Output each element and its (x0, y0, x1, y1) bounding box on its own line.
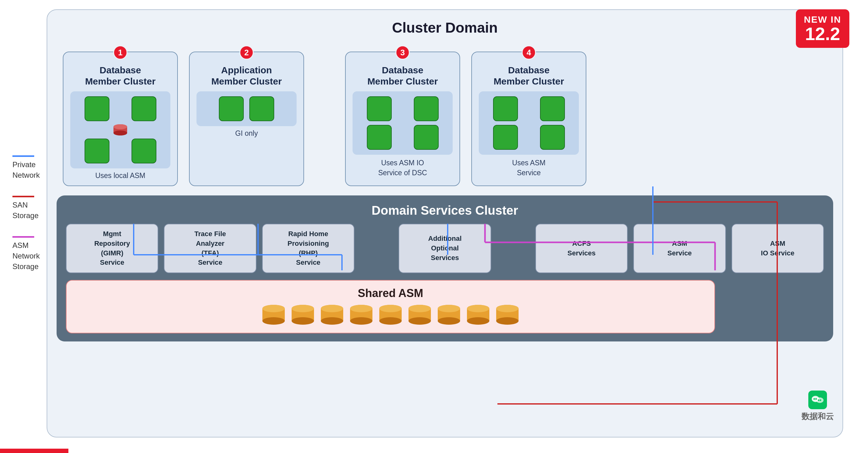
cluster-2-title: ApplicationMember Cluster (211, 65, 282, 87)
svg-point-26 (408, 317, 431, 325)
node-1-2 (131, 96, 156, 121)
cluster-1-title: DatabaseMember Cluster (85, 65, 156, 87)
svg-point-54 (814, 398, 815, 400)
node-2-1 (219, 96, 244, 121)
svg-point-18 (350, 317, 372, 325)
wechat-watermark: 数据和云 (802, 391, 834, 422)
disk-6 (407, 304, 432, 327)
asm-network-label: ASMNetworkStorage (12, 240, 40, 271)
shared-asm-container: Shared ASM (66, 280, 715, 333)
cluster-2-inner (196, 91, 297, 126)
disk-7 (436, 304, 461, 327)
svg-point-3 (114, 124, 127, 129)
service-mgmt-repo: MgmtRepository(GIMR)Service (66, 224, 158, 273)
cluster-1-number: 1 (113, 45, 127, 60)
svg-point-38 (496, 317, 519, 325)
disk-4 (349, 304, 374, 327)
cluster-3-number: 3 (396, 45, 410, 60)
legend: PrivateNetwork SANStorage ASMNetworkStor… (12, 155, 40, 271)
san-storage-line (12, 196, 34, 197)
node-1-1 (85, 96, 110, 121)
disk-1 (261, 304, 286, 327)
node-4-1 (493, 96, 518, 121)
service-asm-io: ASMIO Service (732, 224, 824, 273)
svg-point-11 (291, 305, 314, 312)
node-3-1 (367, 96, 392, 121)
private-network-label: PrivateNetwork (12, 159, 40, 180)
cluster-3-title: DatabaseMember Cluster (368, 65, 438, 87)
cluster-domain-label: Cluster Domain (57, 19, 833, 36)
cluster-2-number: 2 (239, 45, 254, 60)
shared-asm-label: Shared ASM (75, 287, 706, 300)
node-3-2 (414, 96, 439, 121)
legend-san-storage: SANStorage (12, 196, 40, 221)
disk-3 (319, 304, 344, 327)
svg-point-23 (379, 305, 402, 312)
svg-point-30 (438, 317, 460, 325)
svg-point-35 (467, 305, 489, 312)
new-in-badge: NEW IN 12.2 (796, 9, 849, 48)
disk-2 (290, 304, 315, 327)
cluster-3-inner (352, 91, 453, 155)
node-3-3 (367, 125, 392, 150)
top-clusters-row: 1 DatabaseMember Cluster (57, 43, 833, 186)
svg-point-55 (815, 398, 817, 400)
svg-point-39 (496, 305, 519, 312)
svg-point-7 (262, 305, 285, 312)
disk-9 (495, 304, 520, 327)
cluster-1-inner (70, 91, 170, 168)
svg-point-34 (467, 317, 489, 325)
node-1-3 (85, 138, 110, 163)
svg-point-2 (114, 130, 127, 135)
cluster-4-title: DatabaseMember Cluster (494, 65, 564, 87)
dsc-services-row: MgmtRepository(GIMR)Service Trace FileAn… (66, 224, 824, 273)
service-rhp: Rapid HomeProvisioning(RHP)Service (262, 224, 354, 273)
node-1-4 (131, 138, 156, 163)
cluster-4-desc: Uses ASMService (512, 158, 545, 178)
svg-point-27 (408, 305, 431, 312)
dsc-container: Domain Services Cluster MgmtRepository(G… (57, 195, 833, 342)
svg-point-15 (321, 305, 343, 312)
member-cluster-3: 3 DatabaseMember Cluster Uses ASM IOServ… (345, 52, 460, 186)
node-4-2 (540, 96, 565, 121)
node-4-3 (493, 125, 518, 150)
node-4-4 (540, 125, 565, 150)
disk-5 (378, 304, 403, 327)
page-root: NEW IN 12.2 PrivateNetwork SANStorage AS… (0, 0, 868, 453)
cluster-3-desc: Uses ASM IOService of DSC (378, 158, 427, 178)
service-additional: AdditionalOptionalServices (399, 224, 491, 273)
member-cluster-4: 4 DatabaseMember Cluster Uses ASMService (471, 52, 586, 186)
svg-point-6 (262, 317, 285, 325)
member-cluster-2: 2 ApplicationMember Cluster GI only (189, 52, 304, 186)
db-icon (113, 124, 128, 137)
node-3-4 (414, 125, 439, 150)
svg-point-31 (438, 305, 460, 312)
asm-network-line (12, 236, 34, 238)
svg-point-14 (321, 317, 343, 325)
svg-point-56 (818, 399, 819, 401)
dsc-label: Domain Services Cluster (66, 203, 824, 218)
service-trace-file: Trace FileAnalyzer(TFA)Service (164, 224, 256, 273)
cluster-4-number: 4 (522, 45, 536, 60)
svg-point-22 (379, 317, 402, 325)
san-storage-label: SANStorage (12, 200, 40, 221)
svg-point-10 (291, 317, 314, 325)
service-acfs: ACFSServices (535, 224, 628, 273)
service-asm-service: ASMService (633, 224, 725, 273)
legend-asm-network: ASMNetworkStorage (12, 236, 40, 271)
member-cluster-1: 1 DatabaseMember Cluster (63, 52, 178, 186)
private-network-line (12, 155, 34, 157)
legend-private-network: PrivateNetwork (12, 155, 40, 180)
bottom-bar (0, 449, 68, 453)
svg-point-19 (350, 305, 372, 312)
new-in-version: 12.2 (804, 25, 841, 43)
svg-point-57 (820, 399, 822, 401)
disk-8 (466, 304, 491, 327)
main-container: Cluster Domain 1 DatabaseMember Cluster (46, 9, 843, 438)
cluster-1-desc: Uses local ASM (95, 171, 145, 180)
cluster-2-desc: GI only (235, 129, 258, 138)
cluster-4-inner (479, 91, 579, 155)
disk-row (75, 304, 706, 327)
wechat-text: 数据和云 (802, 411, 834, 422)
node-2-2 (249, 96, 274, 121)
